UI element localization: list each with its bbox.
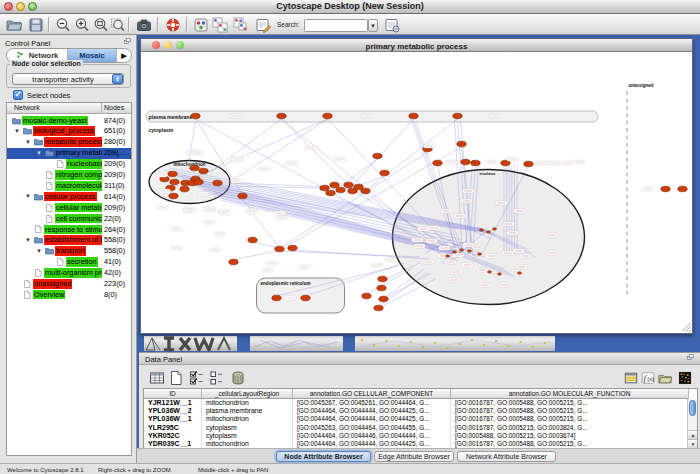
table-cell[interactable]: [GO:0044464, GO:0044446, GO:0044444, G..…: [293, 432, 450, 440]
scroll-down-icon[interactable]: ▼: [688, 439, 698, 448]
table-cell[interactable]: [GO:0044464, GO:0044444, GO:0044425, G..…: [293, 440, 450, 448]
tree-row[interactable]: macromolecule metab311(0): [7, 180, 131, 191]
network-node[interactable]: [320, 185, 329, 191]
table-cell[interactable]: [GO:0045263, GO:0044464, GO:0044455, G..…: [293, 424, 450, 432]
table-cell[interactable]: [GO:0016787, GO:0005488, GO:0005215, G..…: [451, 399, 688, 407]
table-cell[interactable]: YPL036W__1: [144, 415, 201, 423]
control-panel-float-icon[interactable]: [124, 38, 134, 47]
window-titlebar[interactable]: Cytoscape Desktop (New Session): [0, 0, 700, 14]
network-node[interactable]: [323, 113, 332, 119]
tree-row[interactable]: secretion41(0): [7, 257, 131, 268]
network-node[interactable]: [377, 285, 386, 291]
tree-row[interactable]: ▼biological_process651(0): [7, 126, 131, 137]
tree-row[interactable]: ▼establishment of local558(0): [7, 235, 131, 246]
link-annotation-icon[interactable]: [383, 16, 401, 33]
data-panel-float-icon[interactable]: [687, 354, 697, 363]
network-node[interactable]: [190, 165, 199, 171]
tree-row[interactable]: cellular metabolic pro209(0): [7, 202, 131, 213]
network-node[interactable]: [277, 113, 286, 119]
tree-row[interactable]: ▼primary metabolic process209(...: [7, 148, 131, 159]
heatmap-icon[interactable]: [676, 369, 693, 386]
tree-expander-icon[interactable]: ▼: [25, 193, 31, 200]
table-cell[interactable]: [GO:0044464, GO:0044444, GO:0044425, G..…: [293, 415, 450, 423]
network-node[interactable]: [275, 246, 284, 252]
tree-row[interactable]: cell communication22(0): [7, 213, 131, 224]
resize-grip-icon[interactable]: [683, 323, 692, 332]
table-cell[interactable]: [GO:0005488, GO:0005215, GO:0003674]: [451, 432, 688, 440]
network-node-small[interactable]: [480, 229, 484, 232]
tree-row[interactable]: nucleobase-containing209(0): [7, 159, 131, 170]
table-column-header[interactable]: annotation.GO CELLULAR_COMPONENT: [293, 389, 451, 399]
network-node[interactable]: [326, 190, 335, 196]
network-node-small[interactable]: [446, 255, 450, 258]
table-cell[interactable]: YPL036W__2: [144, 407, 201, 415]
network-node[interactable]: [194, 179, 203, 185]
network-node[interactable]: [453, 113, 462, 119]
network-node[interactable]: [301, 295, 310, 301]
select-nodes-checkbox[interactable]: ✓: [13, 90, 23, 100]
tab-node-attribute-browser[interactable]: Node Attribute Browser: [276, 451, 371, 462]
network-node-small[interactable]: [518, 272, 522, 275]
network-node-small[interactable]: [472, 161, 476, 164]
network-node[interactable]: [378, 276, 387, 282]
tree-expander-icon[interactable]: ▼: [25, 237, 31, 244]
search-dropdown-button[interactable]: ▼: [368, 19, 378, 32]
network-node[interactable]: [379, 296, 388, 302]
zoom-in-icon[interactable]: [73, 16, 91, 33]
network-node[interactable]: [374, 305, 383, 311]
tree-expander-icon[interactable]: ▼: [36, 248, 42, 255]
network-node[interactable]: [380, 170, 389, 176]
tree-expander-icon[interactable]: ▼: [14, 128, 20, 135]
help-icon[interactable]: [164, 16, 182, 33]
network-frame-titlebar[interactable]: primary metabolic process: [141, 39, 692, 52]
network-node[interactable]: [336, 187, 345, 193]
network-node-small[interactable]: [498, 273, 502, 276]
zoom-fit-icon[interactable]: [109, 16, 127, 33]
table-scrollbar[interactable]: ▲▼: [687, 399, 697, 448]
function-builder-icon[interactable]: f(x): [639, 369, 656, 386]
table-column-header[interactable]: annotation.GO MOLECULAR_FUNCTION: [451, 389, 689, 399]
new-attribute-icon[interactable]: [167, 369, 184, 386]
table-cell[interactable]: [GO:0044464, GO:0044444, GO:0044425, G..…: [293, 407, 450, 415]
vizmapper-icon[interactable]: [192, 16, 210, 33]
network-node[interactable]: [373, 153, 382, 159]
tree-row[interactable]: ▼metabolic process280(0): [7, 137, 131, 148]
tab-network-attribute-browser[interactable]: Network Attribute Browser: [457, 451, 556, 462]
tab-overflow-button[interactable]: ▶: [116, 49, 131, 62]
network-overlap-w-icon[interactable]: [232, 16, 250, 33]
node-color-dropdown-stepper[interactable]: ▲▼: [112, 74, 123, 84]
table-cell[interactable]: [GO:0016787, GO:0005215, GO:0003824, G..…: [451, 424, 688, 432]
network-node[interactable]: [661, 186, 670, 192]
tree-row[interactable]: ▼cellular process614(0): [7, 191, 131, 202]
table-cell[interactable]: YDR039C__1: [144, 440, 201, 448]
network-node[interactable]: [433, 160, 442, 166]
network-node[interactable]: [272, 295, 281, 301]
tree-row[interactable]: ▼transport558(0): [7, 246, 131, 257]
snapshot-icon[interactable]: [135, 16, 153, 33]
annotation-icon[interactable]: [254, 16, 272, 33]
tree-row[interactable]: nitrogen compound me209(0): [7, 169, 131, 180]
save-session-icon[interactable]: [27, 16, 45, 33]
data-panel-titlebar[interactable]: Data Panel: [139, 353, 700, 365]
network-node-small[interactable]: [468, 250, 472, 253]
table-cell[interactable]: plasma membrane: [202, 407, 292, 415]
tree-expander-icon[interactable]: ▼: [36, 150, 42, 157]
network-node[interactable]: [199, 168, 208, 174]
attribute-table-icon[interactable]: [148, 369, 165, 386]
network-node[interactable]: [170, 179, 179, 185]
network-node[interactable]: [229, 259, 238, 265]
table-column-header[interactable]: ID: [144, 389, 202, 399]
network-node[interactable]: [361, 188, 370, 194]
network-node[interactable]: [213, 180, 222, 186]
network-node[interactable]: [524, 161, 533, 167]
table-column-header[interactable]: _cellularLayoutRegion: [202, 389, 293, 399]
table-cell[interactable]: mitochondrion: [202, 415, 292, 423]
table-cell[interactable]: YKR052C: [144, 432, 201, 440]
network-overlap-n-icon[interactable]: [211, 16, 229, 33]
table-cell[interactable]: YLR295C: [144, 424, 201, 432]
network-canvas[interactable]: plasma membranecytoplasmmitochondrionend…: [141, 52, 692, 333]
open-session-icon[interactable]: [5, 16, 23, 33]
network-node[interactable]: [344, 182, 353, 188]
network-node-small[interactable]: [460, 249, 464, 252]
network-node[interactable]: [168, 171, 177, 177]
